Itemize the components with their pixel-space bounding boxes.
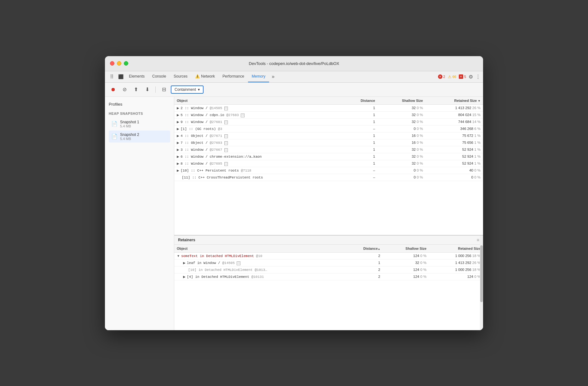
expand-arrow[interactable]: ▶ (177, 106, 179, 110)
table-row[interactable]: ▶6 :: Window / chrome-extension://a…kaon… (174, 153, 483, 160)
expand-arrow[interactable]: ▶ (177, 169, 179, 172)
retainers-table: Object Distance▲ Shallow Size Retained S… (174, 245, 483, 280)
ret-expand-arrow[interactable]: ▶ (183, 275, 186, 278)
ret-collapse-arrow[interactable]: ▼ (177, 254, 180, 258)
retainers-header-row: Object Distance▲ Shallow Size Retained S… (174, 245, 483, 253)
col-retained[interactable]: Retained Size ▼ (425, 97, 483, 105)
upload-icon[interactable]: ⬆ (131, 85, 140, 94)
object-cell: ▶5 :: Window / cdpn.io @27683 □ (174, 111, 342, 118)
table-row[interactable]: ▼someText in Detached HTMLDivElement @10… (174, 252, 483, 259)
ret-object-cell: ▶leaf in Window / @14505 □ (174, 259, 344, 266)
panel-menu-icon[interactable]: ≡ (477, 237, 479, 243)
table-row[interactable]: ▶4 :: Object / @27671 □116 0 %75 672 1 % (174, 132, 483, 139)
shallow-size-cell: 16 0 % (378, 139, 425, 146)
table-row[interactable]: ▶[1] :: (GC roots) @3–0 0 %346 268 6 % (174, 125, 483, 132)
download-icon[interactable]: ⬇ (143, 85, 152, 94)
upper-table[interactable]: Object Distance Shallow Size Retained Si… (174, 97, 483, 236)
nav-badges: ✕ 2 ⚠ 66 ✕ 5 (438, 74, 466, 79)
shallow-size-cell: 0 0 % (378, 125, 425, 132)
ret-col-shallow: Shallow Size (383, 245, 429, 253)
ret-object-cell: [10] in Detached HTMLDivElement @1013… (174, 266, 344, 273)
expand-arrow[interactable]: ▶ (177, 134, 179, 137)
table-row[interactable]: [10] in Detached HTMLDivElement @1013…21… (174, 266, 483, 273)
table-row[interactable]: ▶3 :: Window / @27667 □132 0 %52 924 1 % (174, 146, 483, 153)
filter-icon[interactable]: ⊟ (159, 85, 168, 94)
minimize-button[interactable] (117, 61, 121, 66)
view-selector-dropdown[interactable]: Containment ▾ (171, 85, 204, 94)
content-toolbar: ⏺ ⊘ ⬆ ⬇ ⊟ Containment ▾ (105, 83, 483, 97)
shallow-size-cell: 32 0 % (378, 104, 425, 111)
object-cell: ▶9 :: Window / @27681 □ (174, 118, 342, 125)
retained-size-cell: 1 413 292 26 % (425, 104, 483, 111)
retained-size-cell: 346 268 6 % (425, 125, 483, 132)
more-options-icon[interactable]: ⋮ (476, 74, 481, 80)
main-content: Profiles HEAP SNAPSHOTS 📄 Snapshot 1 5.4… (105, 97, 483, 330)
table-row[interactable]: ▶leaf in Window / @14505 □132 0 %1 413 2… (174, 259, 483, 266)
col-distance: Distance (342, 97, 378, 105)
table-row[interactable]: ▶[10] :: C++ Persistent roots @7118–0 0 … (174, 167, 483, 174)
shallow-size-cell: 32 0 % (378, 153, 425, 160)
table-row[interactable]: ▶8 :: Window / @27695 □132 0 %52 924 1 % (174, 160, 483, 167)
tab-performance[interactable]: Performance (219, 71, 248, 82)
table-row[interactable]: ▶[4] in Detached HTMLDivElement @1013121… (174, 273, 483, 280)
table-row[interactable]: ▶5 :: Window / cdpn.io @27683 □132 0 %80… (174, 111, 483, 118)
scrollbar-track[interactable] (480, 236, 483, 330)
shallow-size-cell: 0 0 % (378, 174, 425, 181)
close-button[interactable] (110, 61, 114, 66)
distance-cell: 1 (342, 139, 378, 146)
tab-memory[interactable]: Memory (248, 71, 269, 82)
expand-arrow[interactable]: ▶ (177, 162, 179, 165)
inspect-icon[interactable]: ⠿ (107, 72, 116, 81)
table-row[interactable]: [11] :: C++ CrossThreadPersistent roots–… (174, 174, 483, 181)
titlebar: DevTools - codepen.io/web-dot-dev/live/P… (105, 56, 483, 71)
more-tabs-button[interactable]: » (269, 71, 277, 82)
snapshot-1-size: 5.4 MB (120, 124, 168, 128)
sidebar: Profiles HEAP SNAPSHOTS 📄 Snapshot 1 5.4… (105, 97, 174, 330)
expand-arrow[interactable]: ▶ (177, 127, 179, 131)
scrollbar-thumb[interactable] (480, 245, 483, 302)
snapshot-1-name: Snapshot 1 (120, 120, 168, 124)
view-selector-arrow: ▾ (198, 87, 200, 92)
info-badge-icon: ✕ (459, 74, 463, 79)
retainers-panel: Retainers ≡ Object Distance▲ Shallow Siz… (174, 236, 483, 330)
snapshot-item-2[interactable]: 📄 Snapshot 2 5.4 MB (109, 131, 170, 143)
ret-col-object: Object (174, 245, 344, 253)
clear-icon[interactable]: ⊘ (120, 85, 129, 94)
ret-object-cell: ▶[4] in Detached HTMLDivElement @10131 (174, 273, 344, 280)
tab-elements[interactable]: Elements (125, 71, 148, 82)
object-cell: ▶7 :: Object / @27693 □ (174, 139, 342, 146)
snapshot-2-size: 5.4 MB (120, 137, 168, 141)
expand-arrow[interactable]: ▶ (177, 120, 179, 124)
expand-arrow[interactable]: ▶ (177, 141, 179, 144)
info-badge[interactable]: ✕ 5 (459, 74, 466, 79)
table-row[interactable]: ▶7 :: Object / @27693 □116 0 %75 656 1 % (174, 139, 483, 146)
expand-arrow[interactable]: ▶ (177, 155, 179, 158)
warning-badge[interactable]: ⚠ 66 (448, 74, 456, 79)
tab-console[interactable]: Console (148, 71, 170, 82)
distance-cell: 1 (342, 132, 378, 139)
retainers-title: Retainers (178, 238, 195, 242)
device-icon[interactable]: ⬛ (116, 72, 125, 81)
settings-icon[interactable]: ⚙ (469, 74, 473, 80)
window-title: DevTools - codepen.io/web-dot-dev/live/P… (249, 61, 339, 66)
ret-col-distance: Distance▲ (344, 245, 383, 253)
ret-retained-cell: 1 000 256 18 % (429, 252, 483, 259)
traffic-lights (110, 61, 128, 66)
tab-network[interactable]: ⚠️ Network (191, 71, 219, 82)
toolbar-divider (155, 86, 156, 93)
error-badge[interactable]: ✕ 2 (438, 74, 445, 79)
maximize-button[interactable] (124, 61, 128, 66)
table-row[interactable]: ▶2 :: Window / @14505 □132 0 %1 413 292 … (174, 104, 483, 111)
table-row[interactable]: ▶9 :: Window / @27681 □132 0 %744 684 14… (174, 118, 483, 125)
snapshot-item-1[interactable]: 📄 Snapshot 1 5.4 MB (109, 118, 170, 130)
ret-retained-cell: 1 000 256 18 % (429, 266, 483, 273)
retainers-scroll[interactable]: Object Distance▲ Shallow Size Retained S… (174, 245, 483, 330)
ret-col-retained: Retained Size (429, 245, 483, 253)
expand-arrow[interactable]: ▶ (177, 113, 179, 117)
ret-expand-arrow[interactable]: ▶ (183, 261, 186, 265)
expand-arrow[interactable]: ▶ (177, 148, 179, 151)
object-cell: ▶8 :: Window / @27695 □ (174, 160, 342, 167)
retained-size-cell: 52 924 1 % (425, 153, 483, 160)
record-icon[interactable]: ⏺ (109, 85, 118, 94)
tab-sources[interactable]: Sources (170, 71, 191, 82)
